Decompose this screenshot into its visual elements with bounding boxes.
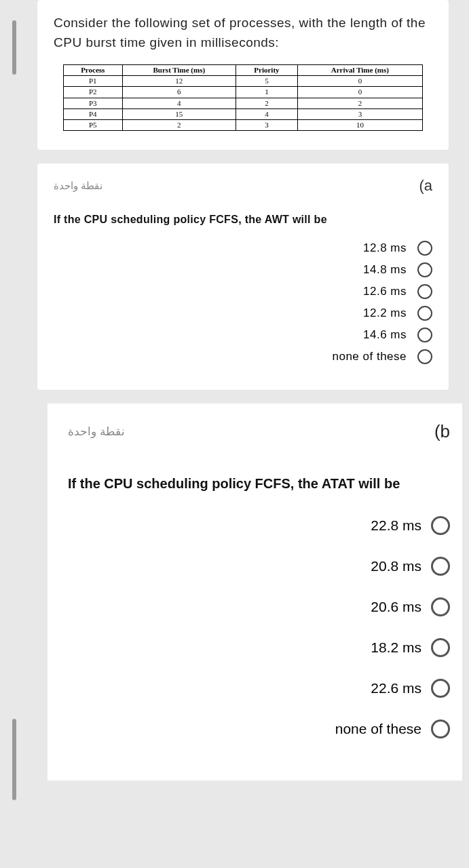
option-label: 20.8 ms bbox=[371, 558, 421, 574]
option-row[interactable]: 22.8 ms bbox=[68, 516, 450, 535]
table-row: P52310 bbox=[63, 119, 422, 130]
option-row[interactable]: 22.6 ms bbox=[68, 679, 450, 698]
option-row[interactable]: 20.6 ms bbox=[68, 597, 450, 616]
table-cell: 15 bbox=[122, 108, 236, 119]
option-label: 22.6 ms bbox=[371, 680, 421, 696]
table-cell: 4 bbox=[122, 98, 236, 108]
question-a-header: نقطة واحدة (a bbox=[54, 177, 432, 195]
option-row[interactable]: none of these bbox=[68, 719, 450, 738]
option-row[interactable]: 12.2 ms bbox=[54, 306, 432, 321]
table-cell: 6 bbox=[122, 87, 236, 98]
table-cell: 2 bbox=[236, 98, 298, 108]
option-row[interactable]: 14.8 ms bbox=[54, 262, 432, 277]
option-label: none of these bbox=[335, 721, 421, 737]
option-row[interactable]: 12.8 ms bbox=[54, 241, 432, 256]
question-b-card: نقطة واحدة (b If the CPU scheduling poli… bbox=[48, 403, 462, 781]
col-priority: Priority bbox=[236, 65, 298, 76]
option-label: 12.6 ms bbox=[363, 285, 407, 298]
radio-icon[interactable] bbox=[431, 597, 450, 616]
table-cell: 10 bbox=[297, 119, 422, 130]
radio-icon[interactable] bbox=[417, 262, 432, 277]
option-label: 12.2 ms bbox=[363, 307, 407, 320]
table-cell: 12 bbox=[122, 76, 236, 87]
question-intro-card: Consider the following set of processes,… bbox=[37, 0, 449, 150]
question-a-options: 12.8 ms14.8 ms12.6 ms12.2 ms14.6 msnone … bbox=[54, 241, 432, 364]
radio-icon[interactable] bbox=[431, 516, 450, 535]
option-row[interactable]: 14.6 ms bbox=[54, 328, 432, 342]
col-burst: Burst Time (ms) bbox=[122, 65, 236, 76]
question-b-text: If the CPU scheduling policy FCFS, the A… bbox=[68, 476, 450, 492]
question-a-text: If the CPU scheduling policy FCFS, the A… bbox=[54, 214, 432, 226]
table-row: P11250 bbox=[63, 76, 422, 87]
question-a-card: نقطة واحدة (a If the CPU scheduling poli… bbox=[37, 163, 449, 390]
table-row: P41543 bbox=[63, 108, 422, 119]
option-label: 12.8 ms bbox=[363, 241, 407, 255]
points-label: نقطة واحدة bbox=[68, 425, 125, 439]
radio-icon[interactable] bbox=[431, 638, 450, 657]
process-table: Process Burst Time (ms) Priority Arrival… bbox=[63, 64, 423, 131]
radio-icon[interactable] bbox=[417, 241, 432, 256]
option-label: 20.6 ms bbox=[371, 599, 421, 615]
table-cell: 0 bbox=[297, 87, 422, 98]
option-label: 22.8 ms bbox=[371, 517, 421, 534]
intro-text: Consider the following set of processes,… bbox=[54, 14, 432, 52]
table-cell: P1 bbox=[63, 76, 122, 87]
radio-icon[interactable] bbox=[431, 557, 450, 576]
radio-icon[interactable] bbox=[431, 719, 450, 738]
scrollbar-segment[interactable] bbox=[12, 719, 16, 800]
table-cell: P4 bbox=[63, 108, 122, 119]
points-label: نقطة واحدة bbox=[54, 180, 102, 192]
table-cell: 2 bbox=[122, 119, 236, 130]
table-cell: P3 bbox=[63, 98, 122, 108]
option-label: 18.2 ms bbox=[371, 639, 421, 656]
radio-icon[interactable] bbox=[431, 679, 450, 698]
radio-icon[interactable] bbox=[417, 328, 432, 342]
option-label: 14.8 ms bbox=[363, 263, 407, 277]
question-b-header: نقطة واحدة (b bbox=[68, 421, 450, 442]
option-label: 14.6 ms bbox=[363, 328, 407, 342]
table-cell: 3 bbox=[297, 108, 422, 119]
option-row[interactable]: 20.8 ms bbox=[68, 557, 450, 576]
option-row[interactable]: 18.2 ms bbox=[68, 638, 450, 657]
table-cell: 5 bbox=[236, 76, 298, 87]
option-label: none of these bbox=[332, 350, 407, 363]
table-cell: 1 bbox=[236, 87, 298, 98]
scrollbar-segment[interactable] bbox=[12, 20, 16, 75]
table-cell: 4 bbox=[236, 108, 298, 119]
table-cell: 0 bbox=[297, 76, 422, 87]
table-header-row: Process Burst Time (ms) Priority Arrival… bbox=[63, 65, 422, 76]
table-row: P3422 bbox=[63, 98, 422, 108]
col-process: Process bbox=[63, 65, 122, 76]
table-cell: 2 bbox=[297, 98, 422, 108]
table-cell: 3 bbox=[236, 119, 298, 130]
radio-icon[interactable] bbox=[417, 349, 432, 364]
radio-icon[interactable] bbox=[417, 306, 432, 321]
table-cell: P2 bbox=[63, 87, 122, 98]
option-row[interactable]: 12.6 ms bbox=[54, 284, 432, 299]
option-row[interactable]: none of these bbox=[54, 349, 432, 364]
radio-icon[interactable] bbox=[417, 284, 432, 299]
col-arrival: Arrival Time (ms) bbox=[297, 65, 422, 76]
table-cell: P5 bbox=[63, 119, 122, 130]
question-letter: (b bbox=[434, 421, 450, 442]
table-row: P2610 bbox=[63, 87, 422, 98]
question-b-options: 22.8 ms20.8 ms20.6 ms18.2 ms22.6 msnone … bbox=[68, 516, 450, 738]
question-letter: (a bbox=[419, 177, 432, 195]
